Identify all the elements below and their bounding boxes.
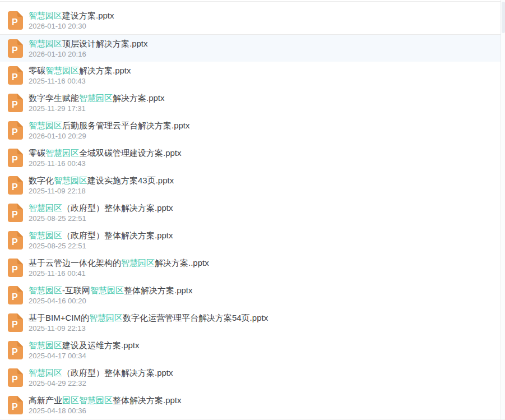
keyword-highlight: 智慧园区 bbox=[29, 11, 62, 20]
title-text: 基于云管边一体化架构的 bbox=[29, 258, 121, 267]
keyword-highlight: 智慧园区 bbox=[29, 368, 62, 377]
file-title[interactable]: 智慧园区（政府型）整体解决方案.pptx bbox=[29, 230, 173, 241]
ppt-file-icon: P bbox=[8, 39, 23, 58]
keyword-highlight: 智慧园区 bbox=[29, 340, 62, 350]
file-timestamp: 2025-04-29 22:32 bbox=[29, 379, 173, 387]
file-meta: 智慧园区建设方案.pptx2026-01-10 20:30 bbox=[29, 11, 114, 30]
keyword-highlight: 园区智慧园区 bbox=[62, 395, 113, 405]
ppt-file-icon: P bbox=[8, 231, 23, 250]
title-text: 整体解决方案.pptx bbox=[124, 285, 193, 295]
title-text: 零碳 bbox=[29, 148, 45, 158]
svg-text:P: P bbox=[12, 237, 18, 247]
file-timestamp: 2025-11-09 22:13 bbox=[29, 324, 268, 333]
file-timestamp: 2025-11-09 22:18 bbox=[29, 187, 174, 195]
keyword-highlight: 智慧园区 bbox=[79, 93, 113, 103]
file-timestamp: 2025-04-18 00:36 bbox=[29, 407, 182, 415]
file-title[interactable]: 智慧园区建设及运维方案.pptx bbox=[29, 340, 140, 350]
svg-text:P: P bbox=[12, 182, 18, 192]
file-title[interactable]: 智慧园区（政府型）整体解决方案.pptx bbox=[29, 368, 173, 378]
file-timestamp: 2025-11-16 00:41 bbox=[29, 269, 209, 278]
file-timestamp: 2025-08-25 22:51 bbox=[29, 242, 173, 250]
svg-text:P: P bbox=[12, 375, 18, 384]
file-meta: 智慧园区-互联网智慧园区整体解决方案.pptx2025-04-16 00:20 bbox=[29, 285, 193, 305]
file-list-item[interactable]: P智慧园区（政府型）整体解决方案.pptx2025-08-25 22:51 bbox=[0, 199, 501, 227]
file-timestamp: 2025-11-16 00:43 bbox=[29, 77, 131, 85]
file-list-item[interactable]: P零碳智慧园区解决方案.pptx2025-11-16 00:43 bbox=[0, 62, 501, 89]
title-text: 数字孪生赋能 bbox=[29, 93, 79, 103]
file-list-item[interactable]: P智慧园区建设方案.pptx2026-01-10 20:30 bbox=[0, 7, 501, 34]
file-title[interactable]: 智慧园区（政府型）整体解决方案.pptx bbox=[29, 203, 173, 213]
title-text: 全域双碳管理建设方案.pptx bbox=[79, 148, 182, 158]
scrollbar-track[interactable] bbox=[501, 0, 505, 420]
file-list-item[interactable]: P智慧园区-互联网智慧园区整体解决方案.pptx2025-04-16 00:20 bbox=[0, 281, 501, 309]
file-meta: 智慧园区建设及运维方案.pptx2025-04-17 00:34 bbox=[29, 340, 140, 360]
file-meta: 零碳智慧园区全域双碳管理建设方案.pptx2025-11-16 00:43 bbox=[29, 148, 182, 168]
ppt-file-icon: P bbox=[8, 11, 23, 30]
title-text: 零碳 bbox=[29, 66, 45, 75]
file-list-item[interactable]: P智慧园区（政府型）整体解决方案.pptx2025-08-25 22:51 bbox=[0, 227, 501, 254]
keyword-highlight: 智慧园区 bbox=[29, 230, 62, 240]
file-title[interactable]: 零碳智慧园区解决方案.pptx bbox=[29, 66, 131, 76]
ppt-file-icon: P bbox=[8, 286, 23, 304]
title-text: -互联网 bbox=[62, 285, 90, 295]
file-list-item[interactable]: P数字化智慧园区建设实施方案43页.pptx2025-11-09 22:18 bbox=[0, 172, 501, 199]
file-title[interactable]: 数字化智慧园区建设实施方案43页.pptx bbox=[29, 176, 174, 186]
file-meta: 智慧园区后勤服务管理云平台解决方案.pptx2026-01-10 20:29 bbox=[29, 121, 190, 140]
keyword-highlight: 智慧园区 bbox=[89, 313, 123, 322]
file-title[interactable]: 数字孪生赋能智慧园区解决方案.pptx bbox=[29, 93, 165, 103]
file-title[interactable]: 高新产业园区智慧园区整体解决方案.pptx bbox=[29, 395, 182, 405]
keyword-highlight: 智慧园区 bbox=[121, 258, 155, 267]
file-title[interactable]: 智慧园区-互联网智慧园区整体解决方案.pptx bbox=[29, 285, 193, 296]
svg-text:P: P bbox=[12, 347, 18, 357]
title-text: 高新产业 bbox=[29, 395, 62, 405]
title-text: 后勤服务管理云平台解决方案.pptx bbox=[62, 121, 190, 130]
title-text: 建设方案.pptx bbox=[62, 11, 114, 20]
file-meta: 智慧园区（政府型）整体解决方案.pptx2025-08-25 22:51 bbox=[29, 203, 173, 223]
file-title[interactable]: 零碳智慧园区全域双碳管理建设方案.pptx bbox=[29, 148, 182, 158]
ppt-file-icon: P bbox=[8, 368, 23, 387]
file-list-item[interactable]: P智慧园区后勤服务管理云平台解决方案.pptx2026-01-10 20:29 bbox=[0, 117, 501, 144]
title-text: 基于BIM+CIM的 bbox=[29, 313, 89, 322]
ppt-file-icon: P bbox=[8, 204, 23, 222]
svg-text:P: P bbox=[12, 402, 18, 412]
file-title[interactable]: 智慧园区顶层设计解决方案.pptx bbox=[29, 39, 148, 49]
file-meta: 智慧园区顶层设计解决方案.pptx2026-01-10 20:16 bbox=[29, 39, 148, 58]
file-list-item[interactable]: P高新产业园区智慧园区整体解决方案.pptx2025-04-18 00:36 bbox=[0, 391, 501, 419]
svg-text:P: P bbox=[12, 265, 18, 274]
file-timestamp: 2025-04-17 00:34 bbox=[29, 352, 140, 360]
file-title[interactable]: 智慧园区后勤服务管理云平台解决方案.pptx bbox=[29, 121, 190, 131]
file-list-item[interactable]: P数字孪生赋能智慧园区解决方案.pptx2025-11-29 17:31 bbox=[0, 89, 501, 117]
file-list-item[interactable]: P基于云管边一体化架构的智慧园区解决方案..pptx2025-11-16 00:… bbox=[0, 254, 501, 281]
file-title[interactable]: 基于云管边一体化架构的智慧园区解决方案..pptx bbox=[29, 258, 209, 268]
keyword-highlight: 智慧园区 bbox=[29, 39, 62, 48]
file-meta: 零碳智慧园区解决方案.pptx2025-11-16 00:43 bbox=[29, 66, 131, 85]
ppt-file-icon: P bbox=[8, 341, 23, 359]
file-title[interactable]: 智慧园区建设方案.pptx bbox=[29, 11, 114, 21]
ppt-file-icon: P bbox=[8, 313, 23, 332]
keyword-highlight: 智慧园区 bbox=[29, 121, 62, 130]
keyword-highlight: 智慧园区 bbox=[29, 203, 62, 213]
file-list-item[interactable]: P智慧园区顶层设计解决方案.pptx2026-01-10 20:16 bbox=[0, 34, 501, 62]
svg-text:P: P bbox=[12, 210, 18, 219]
file-list-item[interactable]: P零碳智慧园区全域双碳管理建设方案.pptx2025-11-16 00:43 bbox=[0, 144, 501, 172]
svg-text:P: P bbox=[12, 292, 18, 302]
svg-text:P: P bbox=[12, 17, 18, 27]
scrollbar-thumb[interactable] bbox=[502, 2, 505, 33]
file-meta: 智慧园区（政府型）整体解决方案.pptx2025-08-25 22:51 bbox=[29, 230, 173, 250]
file-list-item[interactable]: P智慧园区建设及运维方案.pptx2025-04-17 00:34 bbox=[0, 336, 501, 364]
title-text: 建设实施方案43页.pptx bbox=[87, 176, 174, 185]
keyword-highlight: 智慧园区 bbox=[54, 176, 87, 185]
svg-text:P: P bbox=[12, 155, 18, 164]
svg-text:P: P bbox=[12, 320, 18, 329]
file-timestamp: 2025-11-29 17:31 bbox=[29, 104, 165, 113]
title-text: （政府型）整体解决方案.pptx bbox=[62, 230, 173, 240]
file-meta: 智慧园区（政府型）整体解决方案.pptx2025-04-29 22:32 bbox=[29, 368, 173, 387]
file-title[interactable]: 基于BIM+CIM的智慧园区数字化运营管理平台解决方案54页.pptx bbox=[29, 313, 268, 323]
title-text: 建设及运维方案.pptx bbox=[62, 340, 140, 350]
svg-text:P: P bbox=[12, 72, 18, 82]
file-list-item[interactable]: P智慧园区（政府型）整体解决方案.pptx2025-04-29 22:32 bbox=[0, 364, 501, 391]
keyword-highlight: 智慧园区 bbox=[29, 285, 62, 295]
title-text: 解决方案..pptx bbox=[155, 258, 209, 267]
file-list-item[interactable]: P基于BIM+CIM的智慧园区数字化运营管理平台解决方案54页.pptx2025… bbox=[0, 309, 501, 336]
file-meta: 数字孪生赋能智慧园区解决方案.pptx2025-11-29 17:31 bbox=[29, 93, 165, 113]
